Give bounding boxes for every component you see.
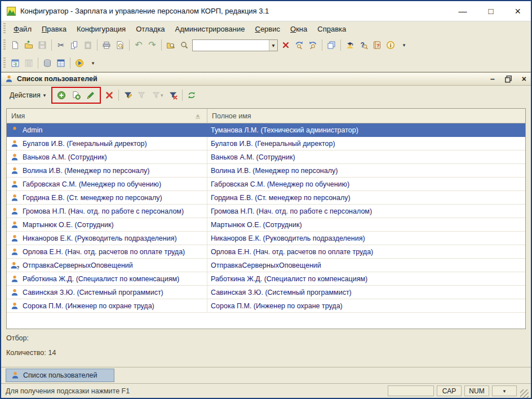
menu-отладка[interactable]: Отладка [131,23,170,36]
database-button[interactable] [41,56,54,70]
svg-text:?: ? [16,265,19,270]
menubar-grip[interactable] [3,23,6,34]
table-row[interactable]: Ваньков А.М. (Сотрудник)Ваньков А.М. (Со… [7,150,525,164]
start-debugging-button[interactable] [73,56,86,70]
user-name: Работкина Ж.Д. (Специалист по компенсаци… [23,275,179,283]
table-row[interactable]: Сорока П.М. (Инженер по охране труда)Сор… [7,299,525,313]
menu-администрирование[interactable]: Администрирование [170,23,250,36]
filter-set-icon [123,91,132,100]
table-row[interactable]: Мартынюк О.Е. (Сотрудник)Мартынюк О.Е. (… [7,218,525,232]
close-button[interactable]: × [515,6,521,16]
user-name: Громова Н.П. (Нач. отд. по работе с перс… [23,207,184,215]
filter-set-button[interactable] [121,88,135,102]
debug-options-button[interactable]: ▾ [86,56,100,70]
add-copy-button[interactable] [69,88,83,102]
table-row[interactable]: Гордина Е.В. (Ст. менеджер по персоналу)… [7,191,525,205]
windows-copy-button[interactable] [325,38,338,52]
menu-сервис[interactable]: Сервис [250,23,286,36]
print-button[interactable] [100,38,113,52]
maximize-button[interactable]: □ [488,7,493,15]
edit-pencil-button[interactable] [84,88,97,102]
actions-menu-button[interactable]: Действия ▾ [6,88,50,102]
menu-окна[interactable]: Окна [285,23,312,36]
status-dropdown-button[interactable]: ▾ [492,385,517,396]
debug-options-icon: ▾ [88,59,97,68]
main-toolbar-grip[interactable] [3,39,6,51]
find-in-files-button[interactable] [164,38,178,52]
mdi-minimize-button[interactable]: – [490,75,495,83]
user-list-window-titlebar[interactable]: Список пользователей –× [1,73,531,86]
tab-label: Список пользователей [23,371,97,379]
mdi-close-button[interactable]: × [522,75,526,83]
start-debugging-icon [75,59,84,68]
print-preview-button[interactable] [113,38,127,52]
cell-full-name: Громова Н.П. (Нач. отд. по работе с перс… [207,205,525,218]
cell-name: Булатов И.В. (Генеральный директор) [7,137,207,150]
user-icon [10,234,19,243]
toolbar-separator [97,39,97,51]
table-row[interactable]: Савинская З.Ю. (Системный программист)Са… [7,286,525,299]
table-row[interactable]: ?ОтправкаСерверныхОповещенийОтправкаСерв… [7,259,525,272]
help-contents-button[interactable] [343,38,357,52]
table-row[interactable]: Габровская С.М. (Менеджер по обучению)Га… [7,178,525,191]
filter-clear-button[interactable] [166,88,180,102]
resize-grip[interactable] [520,389,529,398]
table-row[interactable]: AdminТуманова Л.М. (Технический админист… [7,123,525,137]
toolbar-separator [38,57,38,69]
table-row[interactable]: Булатов И.В. (Генеральный директор)Булат… [7,137,525,150]
cut-button[interactable]: ✂ [54,38,68,52]
copy-button[interactable] [68,38,81,52]
help-search-button[interactable]: ? [357,38,370,52]
minimize-button[interactable]: — [458,7,467,15]
tab-user-list[interactable]: Список пользователей [6,369,114,382]
toolbar-options-button[interactable]: ▾ [397,38,411,52]
cell-full-name: Работкина Ж.Д. (Специалист по компенсаци… [207,272,525,285]
open-configuration-button[interactable] [8,56,22,70]
undo-button[interactable]: ↶ [132,38,145,52]
clear-search-button[interactable] [279,38,292,52]
search-previous-button[interactable] [306,38,320,52]
search-input[interactable] [193,40,269,51]
user-icon [10,180,19,189]
open-folder-button[interactable] [22,38,36,52]
count-label: Количество: [6,349,46,357]
table-row[interactable]: Орлова Е.Н. (Нач. отд. расчетов по оплат… [7,245,525,259]
window-controls: —□× [458,6,525,16]
search-next-button[interactable] [292,38,306,52]
config-toolbar-grip[interactable] [3,57,6,69]
global-search-button[interactable] [178,38,191,52]
new-document-button[interactable] [8,38,22,52]
user-icon [10,247,19,256]
menu-справка[interactable]: Справка [312,23,351,36]
syntax-helper-button[interactable]: ? [370,38,384,52]
column-header-full-name[interactable]: Полное имя [207,109,525,123]
menu-файл[interactable]: Файл [8,23,37,36]
delete-x-button[interactable] [103,88,116,102]
mdi-restore-button[interactable] [504,74,513,83]
cell-name: Мартынюк О.Е. (Сотрудник) [7,218,207,231]
search-combobox[interactable]: ▾ [192,39,278,51]
status-empty-panel [388,385,434,396]
table-row[interactable]: Волина И.В. (Менеджер по персоналу)Волин… [7,164,525,178]
menu-конфигурация[interactable]: Конфигурация [72,23,131,36]
about-info-button[interactable]: i [384,38,397,52]
redo-button[interactable]: ↷ [145,38,159,52]
table-row[interactable]: Громова Н.П. (Нач. отд. по работе с перс… [7,205,525,218]
copy-icon [70,41,79,50]
table-row[interactable]: Работкина Ж.Д. (Специалист по компенсаци… [7,272,525,286]
syntax-helper-icon: ? [373,41,382,50]
chevron-down-icon[interactable]: ▾ [269,40,277,51]
add-user-button[interactable] [55,88,68,102]
refresh-button[interactable] [185,88,198,102]
table-window-button[interactable] [54,56,68,70]
edit-pencil-icon [86,91,95,100]
table-row[interactable]: Никаноров Е.К. (Руководитель подразделен… [7,232,525,245]
column-header-name[interactable]: Имя [7,109,207,123]
users-icon [5,74,14,83]
count-value: 14 [48,349,56,357]
cell-full-name: Орлова Е.Н. (Нач. отд. расчетов по оплат… [207,245,525,258]
menu-правка[interactable]: Правка [37,23,72,36]
user-list-window-controls: –× [490,74,526,83]
toolbar-options-icon: ▾ [400,41,409,50]
user-name: Габровская С.М. (Менеджер по обучению) [23,180,161,188]
